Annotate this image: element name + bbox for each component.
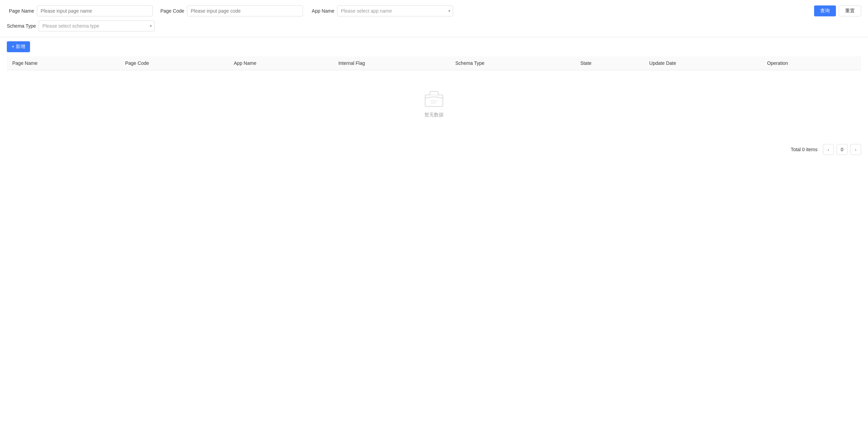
filter-row-2: Schema Type Please select schema type ▾ (7, 20, 861, 31)
app-name-group: App Name Please select app name ▾ (307, 5, 453, 16)
filter-buttons: 查询 重置 (814, 5, 861, 16)
page-code-input[interactable] (187, 5, 303, 16)
empty-state: 暂无数据 (7, 70, 861, 139)
col-app-name: App Name (228, 56, 333, 70)
data-table: Page Name Page Code App Name Internal Fl… (7, 56, 861, 70)
page-name-group: Page Name (7, 5, 153, 16)
pagination-page-input[interactable] (837, 144, 848, 155)
pagination-prev-button[interactable]: ‹ (823, 144, 834, 155)
table-header: Page Name Page Code App Name Internal Fl… (7, 56, 861, 70)
empty-text: 暂无数据 (424, 112, 444, 118)
col-page-name: Page Name (7, 56, 120, 70)
add-button[interactable]: + 新增 (7, 41, 30, 52)
table-container: Page Name Page Code App Name Internal Fl… (0, 56, 868, 139)
pagination-total: Total 0 items (791, 147, 818, 152)
filter-row-1: Page Name Page Code App Name Please sele… (7, 5, 861, 16)
app-name-select-wrapper: Please select app name ▾ (337, 5, 453, 16)
reset-button[interactable]: 重置 (839, 5, 861, 16)
col-operation: Operation (762, 56, 861, 70)
filter-section: Page Name Page Code App Name Please sele… (0, 0, 868, 37)
schema-type-group: Schema Type Please select schema type ▾ (7, 20, 155, 31)
col-page-code: Page Code (120, 56, 229, 70)
pagination: Total 0 items ‹ › (0, 139, 868, 160)
col-schema-type: Schema Type (450, 56, 575, 70)
pagination-next-button[interactable]: › (850, 144, 861, 155)
page-name-input[interactable] (37, 5, 153, 16)
schema-type-select[interactable]: Please select schema type (39, 20, 155, 31)
page-name-label: Page Name (7, 8, 34, 14)
toolbar: + 新增 (0, 37, 868, 56)
app-name-label: App Name (307, 8, 334, 14)
col-internal-flag: Internal Flag (333, 56, 450, 70)
page-code-label: Page Code (157, 8, 184, 14)
col-update-date: Update Date (644, 56, 762, 70)
schema-type-label: Schema Type (7, 23, 36, 29)
app-name-select[interactable]: Please select app name (337, 5, 453, 16)
schema-type-select-wrapper: Please select schema type ▾ (39, 20, 155, 31)
empty-icon (424, 91, 444, 108)
col-state: State (575, 56, 644, 70)
table-header-row: Page Name Page Code App Name Internal Fl… (7, 56, 861, 70)
page-code-group: Page Code (157, 5, 303, 16)
query-button[interactable]: 查询 (814, 5, 836, 16)
